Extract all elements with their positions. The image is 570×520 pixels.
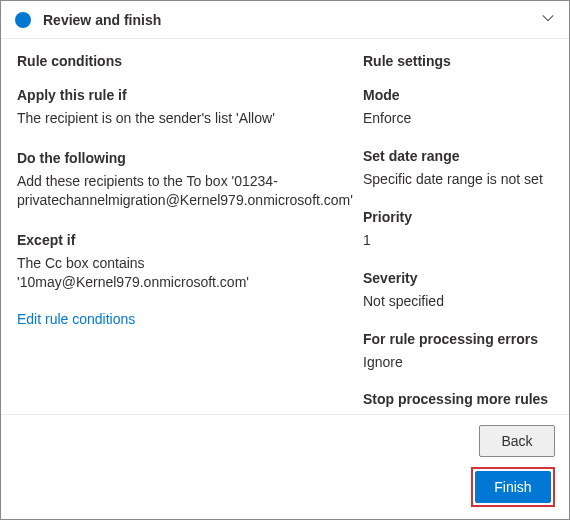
mode-label: Mode	[363, 87, 553, 103]
do-following-text: Add these recipients to the To box '0123…	[17, 172, 355, 210]
priority-label: Priority	[363, 209, 553, 225]
back-button[interactable]: Back	[479, 425, 555, 457]
stop-processing-label: Stop processing more rules	[363, 391, 553, 407]
priority-value: 1	[363, 231, 553, 250]
do-following-label: Do the following	[17, 150, 355, 166]
rule-conditions-column: Rule conditions Apply this rule if The r…	[17, 53, 363, 414]
date-range-value: Specific date range is not set	[363, 170, 553, 189]
errors-label: For rule processing errors	[363, 331, 553, 347]
finish-highlight: Finish	[471, 467, 555, 507]
errors-value: Ignore	[363, 353, 553, 372]
severity-value: Not specified	[363, 292, 553, 311]
except-if-text: The Cc box contains '10may@Kernel979.onm…	[17, 254, 355, 292]
step-indicator-icon	[15, 12, 31, 28]
panel-title: Review and finish	[43, 12, 541, 28]
mode-value: Enforce	[363, 109, 553, 128]
except-if-label: Except if	[17, 232, 355, 248]
chevron-down-icon[interactable]	[541, 11, 555, 28]
rule-conditions-heading: Rule conditions	[17, 53, 355, 69]
apply-if-label: Apply this rule if	[17, 87, 355, 103]
edit-rule-conditions-link[interactable]: Edit rule conditions	[17, 311, 355, 327]
rule-settings-column: Rule settings Mode Enforce Set date rang…	[363, 53, 553, 414]
finish-button[interactable]: Finish	[475, 471, 551, 503]
severity-label: Severity	[363, 270, 553, 286]
apply-if-text: The recipient is on the sender's list 'A…	[17, 109, 355, 128]
footer-actions: Back Finish	[1, 414, 569, 519]
date-range-label: Set date range	[363, 148, 553, 164]
rule-settings-heading: Rule settings	[363, 53, 553, 69]
content-area: Rule conditions Apply this rule if The r…	[1, 39, 569, 414]
panel-header: Review and finish	[1, 1, 569, 39]
